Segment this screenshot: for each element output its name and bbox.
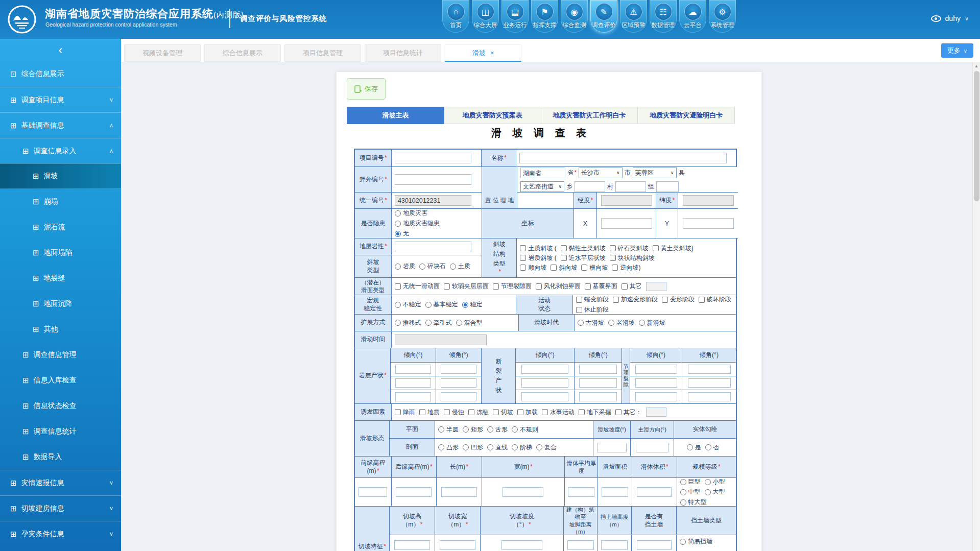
joint-dip-input[interactable]: [635, 378, 677, 388]
checkbox-option[interactable]: 节理裂隙面: [493, 282, 532, 291]
nav-data-management[interactable]: ☷数据管理: [650, 0, 677, 33]
attitude-angle-input[interactable]: [441, 392, 476, 401]
fracture-dip-input[interactable]: [521, 365, 568, 374]
checkbox-option[interactable]: 冻融: [468, 408, 489, 417]
radio-option[interactable]: 大型: [705, 488, 725, 496]
project-no-input[interactable]: [395, 153, 471, 163]
checkbox-option[interactable]: 无统一滑动面: [395, 282, 440, 291]
radio-option[interactable]: 半圆: [438, 425, 459, 434]
radio-option[interactable]: 地质灾害隐患: [395, 219, 440, 228]
slope-grade-input[interactable]: [597, 443, 627, 452]
attitude-dip-input[interactable]: [395, 378, 431, 388]
radio-option[interactable]: 中型: [680, 488, 701, 496]
checkbox-option[interactable]: 软弱夹层层面: [444, 282, 489, 291]
sidebar-item-cut-slope-housing-info[interactable]: ⊞切坡建房信息∨: [0, 495, 121, 521]
scrollbar-thumb[interactable]: [974, 71, 979, 201]
joint-angle-input[interactable]: [688, 392, 731, 401]
nav-system-management[interactable]: ⚙系统管理: [709, 0, 736, 33]
nav-cloud-platform[interactable]: ☁云平台: [679, 0, 706, 33]
radio-option[interactable]: 古滑坡: [578, 319, 604, 327]
radio-option[interactable]: 矩形: [463, 425, 483, 434]
checkbox-option[interactable]: 侵蚀: [444, 408, 464, 417]
lithology-input[interactable]: [395, 242, 471, 252]
radio-option[interactable]: 混合型: [456, 319, 483, 327]
checkbox-option[interactable]: 地下采掘: [579, 408, 611, 417]
has-wall-input[interactable]: [637, 540, 672, 550]
tab-comprehensive-display[interactable]: 综合信息展示: [204, 44, 281, 62]
front-elevation-input[interactable]: [358, 487, 387, 497]
wall-height-input[interactable]: [601, 540, 628, 550]
joint-angle-input[interactable]: [688, 378, 731, 388]
sidebar-item-debris-flow[interactable]: ⊞泥石流: [0, 214, 121, 240]
longitude-input[interactable]: [601, 195, 652, 206]
tab-landslide[interactable]: 滑坡×: [445, 44, 521, 62]
sidebar-item-info-status-check[interactable]: ⊞信息状态检查: [0, 393, 121, 419]
sidebar-item-ground-subsidence[interactable]: ⊞地面塌陷: [0, 240, 121, 266]
town-select[interactable]: 文艺路街道∨: [520, 181, 564, 192]
tab-project-info-statistics[interactable]: 项目信息统计: [365, 44, 441, 62]
radio-option[interactable]: 不稳定: [395, 300, 421, 309]
checkbox-option[interactable]: 斜向坡: [551, 263, 577, 272]
sidebar-item-basic-survey-info[interactable]: ⊞基础调查信息∧: [0, 112, 121, 138]
radio-option[interactable]: 不规则: [512, 425, 538, 434]
fracture-angle-input[interactable]: [579, 378, 617, 388]
nav-home[interactable]: ⌂首页: [442, 0, 469, 33]
x-input[interactable]: [601, 218, 652, 229]
tab-project-info-management[interactable]: 项目信息管理: [284, 44, 361, 62]
sidebar-item-other[interactable]: ⊞其他: [0, 317, 121, 342]
checkbox-option[interactable]: 休止阶段: [576, 305, 609, 314]
checkbox-option[interactable]: 块状结构斜坡: [610, 254, 655, 262]
avg-thickness-input[interactable]: [568, 487, 594, 497]
sidebar-item-landslide[interactable]: ⊞滑坡: [0, 163, 121, 189]
nav-dashboard[interactable]: ◫综合大屏: [472, 0, 499, 33]
radio-option[interactable]: 小型: [705, 478, 725, 486]
sidebar-item-data-import[interactable]: ⊞数据导入: [0, 444, 121, 470]
radio-option[interactable]: 稳定: [462, 300, 483, 309]
building-distance-input[interactable]: [567, 540, 594, 550]
area-input[interactable]: [602, 487, 628, 497]
cut-width-input[interactable]: [440, 540, 475, 550]
sidebar-item-survey-info-management[interactable]: ⊞调查信息管理: [0, 342, 121, 368]
sidebar-item-survey-project-info[interactable]: ⊞调查项目信息∨: [0, 87, 121, 112]
checkbox-option[interactable]: 基覆界面: [585, 282, 617, 291]
checkbox-option[interactable]: 地震: [419, 408, 440, 417]
checkbox-option[interactable]: 风化剥蚀界面: [536, 282, 581, 291]
radio-option[interactable]: 老滑坡: [608, 319, 635, 327]
checkbox-option[interactable]: 加速变形阶段: [613, 295, 658, 304]
slide-surface-other-input[interactable]: [646, 282, 666, 291]
checkbox-option[interactable]: 黄土类斜坡): [653, 244, 694, 253]
city-select[interactable]: 长沙市∨: [579, 167, 623, 178]
sidebar-item-collapse-hazard[interactable]: ⊞崩塌: [0, 189, 121, 214]
checkbox-option[interactable]: 变形阶段: [662, 295, 695, 304]
checkbox-option[interactable]: 蠕变阶段: [576, 295, 609, 304]
main-direction-input[interactable]: [636, 443, 668, 452]
radio-option[interactable]: 基本稳定: [425, 300, 458, 309]
nav-command[interactable]: ⚑指挥支撑: [531, 0, 558, 33]
radio-option[interactable]: 新滑坡: [639, 319, 665, 327]
village-input[interactable]: [575, 181, 605, 192]
field-no-input[interactable]: [395, 174, 471, 185]
checkbox-option[interactable]: 横向坡: [581, 263, 608, 272]
radio-option[interactable]: 凹形: [463, 443, 483, 452]
tab-video-device-management[interactable]: 视频设备管理: [124, 44, 201, 62]
subgroup-input[interactable]: [656, 181, 679, 192]
radio-option[interactable]: 复合: [536, 443, 557, 452]
checkbox-option[interactable]: 其它: [622, 282, 642, 291]
sidebar-item-disaster-report-info[interactable]: ⊞灾情速报信息∨: [0, 470, 121, 495]
checkbox-option[interactable]: 破坏阶段: [699, 295, 731, 304]
attitude-angle-input[interactable]: [441, 378, 476, 388]
radio-option[interactable]: 碎块石: [419, 262, 446, 271]
checkbox-option[interactable]: 逆向坡): [612, 263, 640, 272]
nav-business[interactable]: ▤业务运行: [501, 0, 529, 33]
radio-option[interactable]: 牵引式: [425, 319, 452, 327]
cut-grade-input[interactable]: [501, 540, 542, 550]
sidebar-item-ground-fissure[interactable]: ⊞地裂缝: [0, 266, 121, 291]
radio-option[interactable]: 无: [395, 229, 409, 238]
checkbox-option[interactable]: 碎石类斜坡: [610, 244, 649, 253]
y-input[interactable]: [683, 218, 734, 229]
user-menu[interactable]: duhy ∨: [931, 14, 969, 22]
fracture-dip-input[interactable]: [521, 378, 568, 388]
nav-regional-warning[interactable]: ⚠区域预警: [620, 0, 647, 33]
attitude-angle-input[interactable]: [441, 365, 476, 374]
triggers-other-input[interactable]: [646, 408, 666, 417]
